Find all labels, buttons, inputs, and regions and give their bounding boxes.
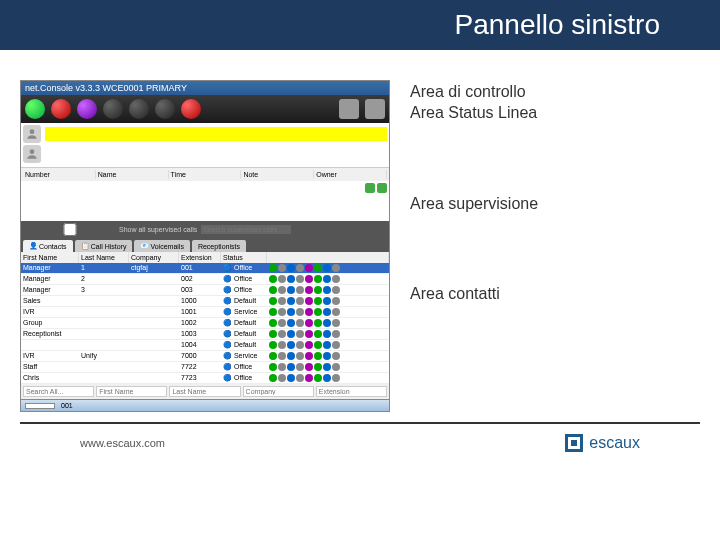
status-row bbox=[23, 145, 387, 163]
supervision-area: Number Name Time Note Owner bbox=[21, 167, 389, 221]
svg-point-0 bbox=[30, 129, 35, 134]
col-owner[interactable]: Owner bbox=[314, 170, 387, 179]
table-row[interactable]: Manager 3 003 🔵 Office bbox=[21, 285, 389, 296]
hdr-last[interactable]: Last Name bbox=[79, 252, 129, 263]
search-company[interactable] bbox=[243, 386, 314, 397]
toolbar bbox=[21, 95, 389, 123]
col-number[interactable]: Number bbox=[23, 170, 96, 179]
table-row[interactable]: Chris 7723 🔵 Office bbox=[21, 373, 389, 384]
hdr-actions bbox=[267, 252, 389, 263]
tab-contacts[interactable]: 👤Contacts bbox=[23, 240, 73, 252]
col-note[interactable]: Note bbox=[241, 170, 314, 179]
hangup-icon[interactable] bbox=[51, 99, 71, 119]
hdr-first[interactable]: First Name bbox=[21, 252, 79, 263]
label-supervision-area: Area supervisione bbox=[410, 194, 680, 215]
app-window: net.Console v3.3.3 WCE0001 PRIMARY bbox=[20, 80, 390, 412]
search-row bbox=[21, 384, 389, 399]
table-row[interactable]: IVR Unify 7000 🔵 Service bbox=[21, 351, 389, 362]
titlebar: net.Console v3.3.3 WCE0001 PRIMARY bbox=[21, 81, 389, 95]
table-row[interactable]: Staff 7722 🔵 Office bbox=[21, 362, 389, 373]
table-row[interactable]: Receptionist 1003 🔵 Default bbox=[21, 329, 389, 340]
contacts-icon: 👤 bbox=[29, 242, 37, 250]
settings-icon[interactable] bbox=[365, 99, 385, 119]
logo-mark-icon bbox=[565, 434, 583, 452]
search-ext[interactable] bbox=[316, 386, 387, 397]
table-row[interactable]: Group 1002 🔵 Default bbox=[21, 318, 389, 329]
brand-logo: escaux bbox=[565, 434, 640, 452]
avatar-icon bbox=[23, 125, 41, 143]
table-row[interactable]: Sales 1000 🔵 Default bbox=[21, 296, 389, 307]
park-icon[interactable] bbox=[103, 99, 123, 119]
contacts-area: Show all supervised calls 👤Contacts 📋Cal… bbox=[21, 221, 389, 399]
supervision-body bbox=[21, 181, 389, 221]
status-bar: 001 bbox=[21, 399, 389, 411]
table-row[interactable]: IVR 1001 🔵 Service bbox=[21, 307, 389, 318]
tabs: 👤Contacts 📋Call History 📧Voicemails Rece… bbox=[21, 238, 389, 252]
slide-title: Pannello sinistro bbox=[455, 9, 660, 41]
footer-url: www.escaux.com bbox=[80, 437, 165, 449]
brand-name: escaux bbox=[589, 434, 640, 452]
show-all-checkbox[interactable] bbox=[25, 223, 115, 236]
label-contacts-area: Area contatti bbox=[410, 284, 680, 305]
status-area bbox=[21, 123, 389, 167]
transfer-icon[interactable] bbox=[129, 99, 149, 119]
hdr-ext[interactable]: Extension bbox=[179, 252, 221, 263]
progress-icon bbox=[25, 403, 55, 409]
status-row bbox=[23, 125, 387, 143]
tab-call-history[interactable]: 📋Call History bbox=[75, 240, 133, 252]
accept-icon[interactable] bbox=[25, 99, 45, 119]
contacts-filter-bar: Show all supervised calls bbox=[21, 221, 389, 238]
col-name[interactable]: Name bbox=[96, 170, 169, 179]
contacts-table: First Name Last Name Company Extension S… bbox=[21, 252, 389, 384]
tab-receptionists[interactable]: Receptionists bbox=[192, 240, 246, 252]
reject-icon[interactable] bbox=[181, 99, 201, 119]
tab-voicemails[interactable]: 📧Voicemails bbox=[134, 240, 189, 252]
clear-icon[interactable] bbox=[377, 183, 387, 193]
idle-line[interactable] bbox=[45, 147, 387, 161]
table-row[interactable]: Manager 2 002 🔵 Office bbox=[21, 274, 389, 285]
show-all-label: Show all supervised calls bbox=[119, 226, 197, 233]
status-icon[interactable] bbox=[339, 99, 359, 119]
label-control-area: Area di controllo Area Status Linea bbox=[410, 82, 680, 124]
voicemail-icon: 📧 bbox=[140, 242, 148, 250]
conference-icon[interactable] bbox=[155, 99, 175, 119]
supervision-header: Number Name Time Note Owner bbox=[21, 168, 389, 181]
avatar-icon bbox=[23, 145, 41, 163]
status-ext: 001 bbox=[61, 402, 73, 409]
history-icon: 📋 bbox=[81, 242, 89, 250]
svg-point-1 bbox=[30, 149, 35, 154]
supervised-search[interactable] bbox=[201, 225, 291, 234]
col-time[interactable]: Time bbox=[169, 170, 242, 179]
hdr-status[interactable]: Status bbox=[221, 252, 267, 263]
hold-icon[interactable] bbox=[77, 99, 97, 119]
table-row[interactable]: 1004 🔵 Default bbox=[21, 340, 389, 351]
hdr-company[interactable]: Company bbox=[129, 252, 179, 263]
table-header: First Name Last Name Company Extension S… bbox=[21, 252, 389, 263]
active-line[interactable] bbox=[45, 127, 387, 141]
search-last[interactable] bbox=[169, 386, 240, 397]
refresh-icon[interactable] bbox=[365, 183, 375, 193]
search-all[interactable] bbox=[23, 386, 94, 397]
table-row[interactable]: Manager 1 ctgfaj 001 🔵 Office bbox=[21, 263, 389, 274]
search-first[interactable] bbox=[96, 386, 167, 397]
